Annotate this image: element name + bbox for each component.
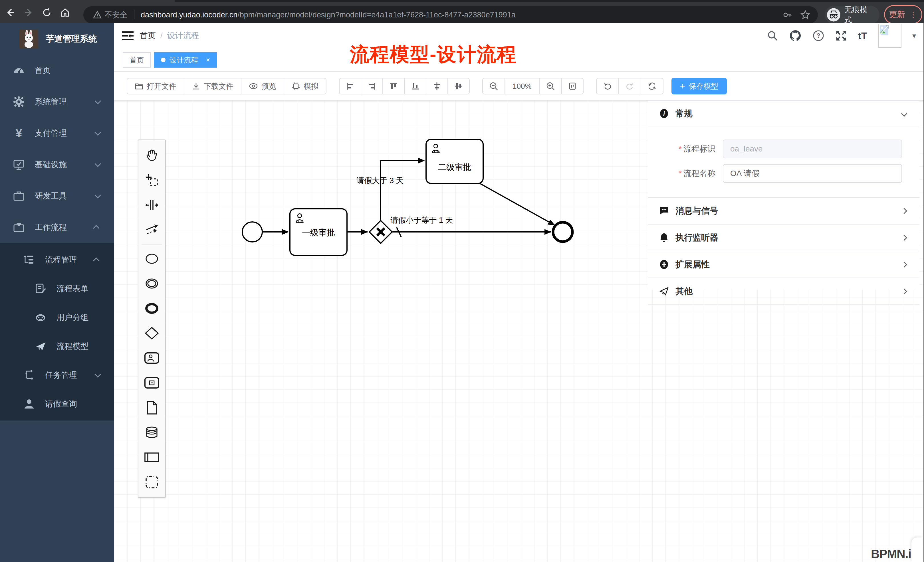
align-bottom-button[interactable] <box>404 78 426 94</box>
fullscreen-icon[interactable] <box>835 30 847 42</box>
subprocess-shape[interactable] <box>138 370 165 395</box>
section-title: 扩展属性 <box>675 259 710 270</box>
sidebar-item-task-mgmt[interactable]: 任务管理 <box>0 361 114 390</box>
incognito-icon <box>826 7 841 22</box>
chevron-down-icon <box>95 129 101 136</box>
browser-update-button[interactable]: 更新 ⋮ <box>884 5 922 24</box>
intermediate-event-shape[interactable] <box>138 271 165 296</box>
security-label[interactable]: 不安全 <box>105 10 128 20</box>
end-event-shape[interactable] <box>138 296 165 321</box>
briefcase-icon <box>12 190 25 202</box>
sidebar-item-process-model[interactable]: 流程模型 <box>0 332 114 361</box>
zoom-reset-button[interactable] <box>562 78 584 94</box>
font-size-icon[interactable]: tT <box>858 30 867 41</box>
process-name-input[interactable] <box>723 164 902 183</box>
sidebar-item-label: 支付管理 <box>35 128 67 139</box>
data-object-shape[interactable] <box>138 395 165 420</box>
align-top-button[interactable] <box>382 78 404 94</box>
zoom-level-value: 100% <box>513 82 532 91</box>
data-store-shape[interactable] <box>138 420 165 445</box>
incognito-badge[interactable]: 无痕模式 <box>825 6 879 24</box>
section-message-signal[interactable]: 消息与信号 <box>648 198 920 225</box>
flow-label-gt[interactable]: 请假大于 3 天 <box>356 176 404 185</box>
bpmn-palette <box>138 139 166 498</box>
flow-task2-to-end[interactable] <box>479 183 555 225</box>
sidebar-item-workflow[interactable]: 工作流程 <box>0 212 114 243</box>
sidebar-logo[interactable]: 芋道管理系统 <box>0 23 114 55</box>
reload-button[interactable] <box>39 4 55 21</box>
zoom-level[interactable]: 100% <box>505 78 539 94</box>
download-icon <box>192 82 200 90</box>
active-tab-dot <box>161 58 165 62</box>
preview-button[interactable]: 预览 <box>241 78 284 94</box>
chevron-down-icon <box>95 192 101 199</box>
section-execution-listener[interactable]: 执行监听器 <box>648 225 920 251</box>
lasso-tool-icon[interactable] <box>138 168 165 193</box>
tab-home[interactable]: 首页 <box>123 52 151 67</box>
end-event[interactable] <box>553 222 572 241</box>
dashboard-icon <box>12 64 25 76</box>
process-key-input[interactable] <box>723 139 902 158</box>
refresh-button[interactable] <box>641 78 663 94</box>
simulate-button[interactable]: 模拟 <box>284 78 327 94</box>
redo-button[interactable] <box>619 78 641 94</box>
bookmark-star-icon[interactable] <box>800 10 810 20</box>
align-center-v-button[interactable] <box>448 78 470 94</box>
search-icon[interactable] <box>767 30 778 41</box>
start-event[interactable] <box>242 222 262 242</box>
github-icon[interactable] <box>789 29 802 42</box>
flow-label-le[interactable]: 请假小于等于 1 天 <box>390 216 453 225</box>
gateway-shape[interactable] <box>138 321 165 345</box>
tab-design[interactable]: 设计流程 × <box>154 52 217 67</box>
browser-active-tab[interactable] <box>0 0 175 2</box>
open-file-button[interactable]: 打开文件 <box>127 78 184 94</box>
sidebar-item-devtools[interactable]: 研发工具 <box>0 180 114 212</box>
button-label: 模拟 <box>304 81 318 91</box>
participant-shape[interactable] <box>138 445 165 469</box>
sidebar-item-process-form[interactable]: 流程表单 <box>0 274 114 303</box>
broken-image-icon <box>879 25 891 36</box>
start-event-shape[interactable] <box>138 246 165 271</box>
gear-icon <box>12 96 25 108</box>
group-shape[interactable] <box>138 469 165 495</box>
section-general[interactable]: i 常规 <box>648 101 920 126</box>
space-tool-icon[interactable] <box>138 193 165 217</box>
sidebar-item-label: 流程表单 <box>57 283 88 294</box>
sidebar-collapse-icon[interactable] <box>122 30 134 42</box>
key-icon[interactable] <box>783 10 792 20</box>
close-icon[interactable]: × <box>206 56 210 64</box>
kebab-menu-icon[interactable]: ⋮ <box>909 10 917 19</box>
sidebar-item-user-group[interactable]: 用户分组 <box>0 303 114 332</box>
help-icon[interactable]: ? <box>812 30 824 42</box>
avatar-caret-icon[interactable]: ▾ <box>912 31 916 40</box>
global-connect-icon[interactable] <box>138 217 165 242</box>
align-left-button[interactable] <box>339 78 361 94</box>
monitor-icon <box>12 159 25 171</box>
sidebar-item-process-mgmt[interactable]: 流程管理 <box>0 245 114 274</box>
tab-label: 首页 <box>129 55 144 65</box>
user-task-shape[interactable] <box>138 345 165 370</box>
back-button[interactable] <box>2 4 18 21</box>
align-right-button[interactable] <box>361 78 382 94</box>
sidebar-item-infra[interactable]: 基础设施 <box>0 149 114 180</box>
forward-button[interactable] <box>21 4 36 21</box>
sidebar-item-leave-query[interactable]: 请假查询 <box>0 390 114 418</box>
address-bar[interactable]: 不安全 dashboard.yudao.iocoder.cn/bpm/manag… <box>83 6 818 23</box>
window-right-edge <box>923 23 924 562</box>
save-model-button[interactable]: + 保存模型 <box>672 78 727 94</box>
zoom-in-button[interactable] <box>539 78 562 94</box>
section-other[interactable]: 其他 <box>648 278 920 305</box>
download-file-button[interactable]: 下载文件 <box>184 78 241 94</box>
avatar[interactable] <box>878 24 902 48</box>
align-center-h-button[interactable] <box>426 78 448 94</box>
sidebar-item-home[interactable]: 首页 <box>0 55 114 86</box>
section-extension-properties[interactable]: 扩展属性 <box>648 251 920 278</box>
sidebar-item-system[interactable]: 系统管理 <box>0 86 114 117</box>
zoom-out-button[interactable] <box>482 78 505 94</box>
breadcrumb-home[interactable]: 首页 <box>140 30 156 41</box>
undo-button[interactable] <box>596 78 619 94</box>
home-button[interactable] <box>57 4 73 21</box>
hand-tool-icon[interactable] <box>138 143 165 168</box>
sidebar-item-payment[interactable]: ¥ 支付管理 <box>0 117 114 149</box>
flow-gateway-to-task2[interactable] <box>381 160 424 220</box>
